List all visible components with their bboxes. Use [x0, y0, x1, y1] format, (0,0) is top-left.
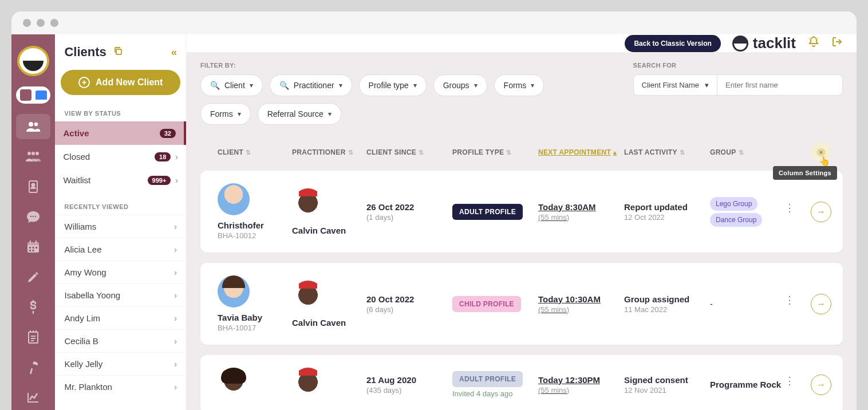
- svg-rect-18: [33, 250, 34, 251]
- last-activity: Signed consent: [624, 375, 710, 385]
- nav-edit-icon[interactable]: [16, 264, 50, 290]
- nav-groups-icon[interactable]: [16, 144, 50, 169]
- filter-forms-chip[interactable]: Forms▾: [200, 103, 251, 125]
- table-row[interactable]: Christhofer BHA-10012 Calvin Caven 26 Oc…: [200, 171, 843, 253]
- svg-rect-15: [33, 247, 34, 249]
- status-label: Closed: [63, 152, 90, 161]
- clients-sidebar: Clients « + Add New Client VIEW BY STATU…: [55, 34, 187, 410]
- column-settings-button[interactable]: 👆 Column Settings: [811, 142, 831, 163]
- sort-icon: ⇅: [348, 149, 353, 156]
- client-since-sub: (6 days): [366, 305, 452, 314]
- filter-profile-type-chip[interactable]: Profile type▾: [359, 74, 427, 96]
- search-field-select[interactable]: Client First Name ▾: [633, 74, 717, 96]
- row-menu-icon[interactable]: ⋮: [784, 294, 795, 314]
- col-group[interactable]: GROUP⇅: [710, 148, 784, 156]
- recent-item[interactable]: Kelly Jelly›: [55, 352, 186, 375]
- window-titlebar: [11, 11, 857, 34]
- status-active[interactable]: Active 32: [55, 121, 186, 145]
- recent-item[interactable]: Alicia Lee›: [55, 238, 186, 261]
- recent-name: Alicia Lee: [64, 245, 101, 254]
- nav-notes-icon[interactable]: [16, 324, 50, 350]
- nav-billing-icon[interactable]: [16, 294, 50, 320]
- client-avatar: [218, 275, 250, 308]
- nav-settings-icon[interactable]: [16, 354, 50, 380]
- filter-forms-chip[interactable]: Forms▾: [494, 74, 545, 96]
- status-closed[interactable]: Closed 18 ›: [55, 145, 186, 168]
- recently-viewed-label: RECENTLY VIEWED: [55, 199, 186, 215]
- col-next-appointment[interactable]: NEXT APPOINTMENT▴: [538, 148, 624, 156]
- chip-label: Groups: [443, 81, 469, 90]
- back-to-classic-button[interactable]: Back to Classic Version: [625, 35, 720, 52]
- copy-icon[interactable]: [113, 46, 123, 58]
- recent-item[interactable]: Isabella Yoong›: [55, 283, 186, 306]
- chevron-right-icon: ›: [174, 314, 177, 323]
- chip-label: Forms: [504, 81, 527, 90]
- client-id: BHA-10012: [218, 231, 292, 240]
- svg-point-1: [34, 123, 38, 126]
- col-client-since[interactable]: CLIENT SINCE⇅: [366, 148, 452, 156]
- svg-rect-11: [27, 242, 39, 245]
- practitioner-avatar: [292, 188, 324, 220]
- topbar: Back to Classic Version tacklit: [187, 34, 857, 53]
- recent-item[interactable]: Williams›: [55, 215, 186, 238]
- sort-icon: ⇅: [506, 149, 511, 156]
- last-activity: Report updated: [624, 202, 710, 212]
- status-count: 18: [155, 152, 171, 161]
- chip-label: Practitioner: [294, 81, 334, 90]
- filter-client-chip[interactable]: 🔍Client▾: [200, 74, 263, 96]
- row-open-button[interactable]: →: [811, 374, 831, 395]
- profile-type-sub: Invited 4 days ago: [452, 389, 538, 398]
- svg-point-3: [31, 152, 35, 155]
- svg-rect-12: [30, 241, 31, 243]
- recent-name: Cecilia B: [64, 336, 98, 346]
- filter-practitioner-chip[interactable]: 🔍Practitioner▾: [270, 74, 352, 96]
- add-client-label: Add New Client: [96, 77, 163, 88]
- notifications-icon[interactable]: [807, 36, 820, 51]
- brand-logo: tacklit: [732, 34, 796, 52]
- row-open-button[interactable]: →: [811, 294, 831, 314]
- chevron-right-icon: ›: [174, 337, 177, 346]
- recent-item[interactable]: Amy Wong›: [55, 261, 186, 283]
- chevron-down-icon: ▾: [238, 110, 241, 118]
- client-since: 26 Oct 2022: [366, 202, 452, 212]
- recent-item[interactable]: Andy Lim›: [55, 306, 186, 329]
- svg-point-6: [32, 183, 35, 186]
- filter-referral-chip[interactable]: Referral Source▾: [258, 103, 341, 125]
- row-open-button[interactable]: →: [811, 202, 831, 222]
- row-menu-icon[interactable]: ⋮: [784, 374, 795, 395]
- recent-item[interactable]: Mr. Plankton›: [55, 375, 186, 398]
- search-input[interactable]: [717, 74, 843, 96]
- chevron-down-icon: ▾: [339, 81, 342, 89]
- client-id: BHA-10017: [218, 324, 292, 332]
- col-last-activity[interactable]: LAST ACTIVITY⇅: [624, 148, 710, 156]
- col-profile-type[interactable]: PROFILE TYPE⇅: [452, 148, 538, 156]
- svg-point-7: [30, 215, 31, 216]
- user-avatar[interactable]: [17, 46, 49, 76]
- logout-icon[interactable]: [831, 36, 843, 50]
- nav-id-icon[interactable]: [16, 174, 50, 200]
- next-appointment-sub: (55 mins): [538, 213, 624, 222]
- status-waitlist[interactable]: Waitlist 999+ ›: [55, 168, 186, 192]
- workspace-toggle[interactable]: [16, 86, 50, 104]
- recent-item[interactable]: Cecilia B›: [55, 329, 186, 352]
- nav-analytics-icon[interactable]: [16, 384, 50, 410]
- svg-point-20: [35, 362, 38, 365]
- filter-groups-chip[interactable]: Groups▾: [433, 74, 487, 96]
- chip-label: Profile type: [369, 81, 409, 90]
- table-row[interactable]: 21 Aug 2020 (435 days) ADULT PROFILE Inv…: [200, 355, 843, 410]
- row-menu-icon[interactable]: ⋮: [784, 202, 795, 222]
- collapse-sidebar-icon[interactable]: «: [171, 46, 177, 58]
- nav-calendar-icon[interactable]: [16, 234, 50, 260]
- nav-clients-icon[interactable]: [16, 114, 50, 140]
- table-row[interactable]: Tavia Baby BHA-10017 Calvin Caven 20 Oct…: [200, 263, 843, 345]
- col-client[interactable]: CLIENT⇅: [218, 148, 292, 156]
- last-activity-sub: 11 Mac 2022: [624, 305, 710, 314]
- next-appointment: Today 10:30AM: [538, 294, 624, 304]
- col-practitioner[interactable]: PRACTITIONER⇅: [292, 148, 366, 156]
- status-label: Waitlist: [63, 175, 90, 185]
- logo-mark-icon: [732, 36, 748, 52]
- status-label: Active: [63, 128, 89, 138]
- add-new-client-button[interactable]: + Add New Client: [61, 70, 180, 95]
- practitioner-name: Calvin Caven: [292, 226, 366, 235]
- nav-chat-icon[interactable]: [16, 204, 50, 230]
